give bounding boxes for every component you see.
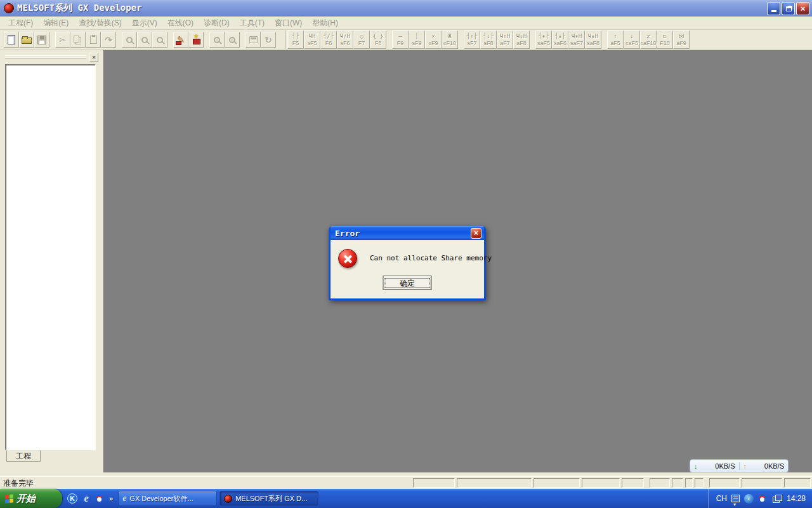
ladder-tool-button[interactable]: Ж cF10 xyxy=(442,30,458,49)
cut-button[interactable] xyxy=(55,32,70,48)
find-device-button[interactable] xyxy=(137,32,152,48)
tray-clock[interactable]: 14:28 xyxy=(787,494,806,503)
menu-item[interactable]: 帮助(H) xyxy=(308,17,343,30)
menu-item[interactable]: 显示(V) xyxy=(128,17,162,30)
menu-item[interactable]: 编辑(E) xyxy=(39,17,73,30)
menu-item[interactable]: 工具(T) xyxy=(235,17,269,30)
paste-button[interactable] xyxy=(86,32,101,48)
start-button[interactable]: 开始 xyxy=(0,489,62,508)
ladder-key-label: F8 xyxy=(375,40,382,46)
ladder-tool-button[interactable]: Ч↟Н saF7 xyxy=(568,30,585,49)
ladder-tool-button[interactable]: ЧН sF5 xyxy=(304,30,320,49)
dock-close-icon[interactable]: × xyxy=(89,53,98,62)
ladder-tool-button[interactable]: ┤├ F5 xyxy=(287,30,304,49)
error-dialog: Error × Can not allocate Share memory 确定 xyxy=(329,226,486,300)
ladder-tool-button[interactable]: ┤/├ F6 xyxy=(320,30,337,49)
ladder-key-label: cF9 xyxy=(428,40,438,46)
close-button[interactable]: × xyxy=(796,2,809,15)
quick-launch-bar: K e » xyxy=(62,493,118,504)
ladder-tool-button[interactable]: ↑ aF5 xyxy=(607,30,624,49)
menu-item[interactable]: 查找/替换(S) xyxy=(74,17,126,30)
ladder-symbol: ┤↟├ xyxy=(539,33,549,40)
kugou-icon[interactable]: K xyxy=(67,493,77,504)
quick-launch-overflow-chevron[interactable]: » xyxy=(109,495,113,502)
ladder-tool-button[interactable]: Ч↑Н aF7 xyxy=(497,30,513,49)
toolbar-icon xyxy=(157,37,163,43)
toolbar-icon xyxy=(74,36,79,43)
window-title: MELSOFT系列 GX Developer xyxy=(17,3,142,14)
dialog-close-icon[interactable]: × xyxy=(471,228,481,239)
ladder-tool-button[interactable]: ◯ F7 xyxy=(353,30,370,49)
ladder-tool-button[interactable]: — F9 xyxy=(392,30,409,49)
language-options-icon[interactable] xyxy=(731,495,740,502)
task-button-gx-developer-webpage[interactable]: e GX Developer软件... xyxy=(118,491,217,506)
toolbar-icon xyxy=(265,36,272,44)
find-button[interactable] xyxy=(122,32,137,48)
toolbar-icon xyxy=(141,37,148,43)
status-pane xyxy=(622,478,644,488)
ladder-tool-button[interactable]: Ч↡Н saF8 xyxy=(585,30,601,49)
ladder-tool-button[interactable]: Ч↓Н aF8 xyxy=(513,30,530,49)
project-tab[interactable]: 工程 xyxy=(6,450,41,462)
new-project-button[interactable] xyxy=(4,32,19,48)
save-project-button[interactable] xyxy=(34,32,49,48)
ladder-tool-button[interactable]: ┤↡├ saF6 xyxy=(552,30,568,49)
refresh-button[interactable] xyxy=(261,32,276,48)
zoom-out-button[interactable] xyxy=(225,32,240,48)
minimize-button[interactable] xyxy=(767,2,780,15)
menu-item[interactable]: 工程(F) xyxy=(4,17,37,30)
menu-bar: 工程(F)编辑(E)查找/替换(S)显示(V)在线(O)诊断(D)工具(T)窗口… xyxy=(0,17,812,30)
ok-button[interactable]: 确定 xyxy=(383,276,432,290)
dock-grip-handle[interactable] xyxy=(5,55,86,58)
ladder-key-label: sF7 xyxy=(467,40,476,46)
menu-item[interactable]: 诊断(D) xyxy=(199,17,234,30)
ladder-symbol: ↑ xyxy=(613,33,617,40)
ie-icon[interactable]: e xyxy=(81,493,91,504)
ladder-tool-button[interactable]: ⋈ aF9 xyxy=(673,30,690,49)
dialog-titlebar: Error × xyxy=(331,226,484,240)
ladder-symbol: Ч↑Н xyxy=(500,33,510,40)
ladder-tool-button[interactable]: ⊏ F10 xyxy=(657,30,673,49)
open-project-button[interactable] xyxy=(19,32,34,48)
status-pane xyxy=(534,478,580,488)
ladder-tool-button[interactable]: ┤↓├ sF8 xyxy=(480,30,497,49)
ladder-key-label: F10 xyxy=(660,40,670,46)
project-tree[interactable] xyxy=(5,64,96,450)
language-band-collapse-icon[interactable]: ‹ xyxy=(744,494,754,504)
copy-button[interactable] xyxy=(70,32,86,48)
network-speed-widget[interactable]: ↓ 0KB/S ↑ 0KB/S xyxy=(690,459,789,472)
ladder-tool-button[interactable]: Ч/Н sF6 xyxy=(337,30,353,49)
ladder-tool-button[interactable]: │ sF9 xyxy=(409,30,425,49)
write-mode-button[interactable] xyxy=(173,32,188,48)
task-buttons: e GX Developer软件... MELSOFT系列 GX D... xyxy=(118,491,318,506)
monitor-mode-button[interactable] xyxy=(188,32,204,48)
qq-icon[interactable] xyxy=(95,493,105,504)
ladder-key-label: aF9 xyxy=(676,40,686,46)
ladder-symbol: { } xyxy=(373,33,383,40)
menu-item[interactable]: 窗口(W) xyxy=(270,17,306,30)
ladder-tool-button[interactable]: ↓ caF5 xyxy=(624,30,640,49)
melsoft-app-icon xyxy=(4,3,14,13)
language-indicator[interactable]: CH xyxy=(716,494,727,503)
network-status-icon[interactable] xyxy=(773,495,782,502)
find-contact-button[interactable] xyxy=(152,32,167,48)
restore-button[interactable] xyxy=(782,2,795,15)
task-label: MELSOFT系列 GX D... xyxy=(235,494,307,504)
ladder-tool-button[interactable]: × cF9 xyxy=(425,30,442,49)
download-arrow-icon: ↓ xyxy=(694,462,698,470)
ladder-tool-button[interactable]: ≠ caF10 xyxy=(640,30,657,49)
qq-tray-icon[interactable] xyxy=(758,493,768,504)
ladder-tool-button[interactable]: ┤↑├ sF7 xyxy=(464,30,480,49)
ladder-tool-button[interactable]: ┤↟├ saF5 xyxy=(535,30,552,49)
status-pane xyxy=(695,478,704,488)
app-titlebar: MELSOFT系列 GX Developer × xyxy=(0,0,812,17)
ladder-tool-button[interactable]: { } F8 xyxy=(370,30,386,49)
ladder-key-label: saF5 xyxy=(537,40,550,46)
toolbar-icon xyxy=(229,37,235,43)
task-button-melsoft-gx[interactable]: MELSOFT系列 GX D... xyxy=(219,491,318,506)
windows-flag-icon xyxy=(5,494,13,503)
zoom-in-button[interactable] xyxy=(209,32,225,48)
cascade-windows-button[interactable] xyxy=(246,32,261,48)
undo-button[interactable] xyxy=(101,32,116,48)
menu-item[interactable]: 在线(O) xyxy=(163,17,198,30)
